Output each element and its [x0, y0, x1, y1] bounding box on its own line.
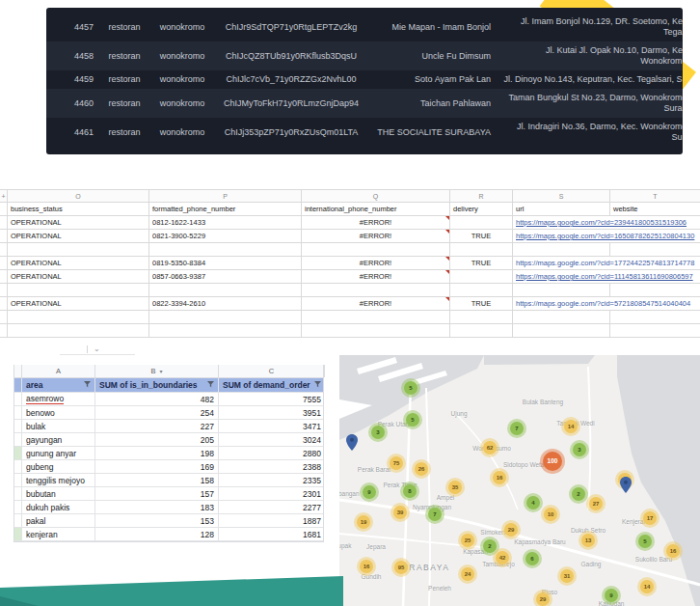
maps-link[interactable]: https://maps.google.com/?cid=16508782625…	[516, 232, 694, 240]
cluster-marker[interactable]: 100	[543, 452, 562, 471]
chevron-down-icon[interactable]: ▾	[160, 368, 163, 374]
sheet-cell[interactable]	[0, 203, 8, 215]
sheet-cell[interactable]	[8, 311, 149, 323]
cluster-marker[interactable]: 9	[605, 589, 618, 602]
business-status-cell[interactable]: OPERATIONAL	[8, 216, 149, 229]
pivot-boundaries-cell[interactable]: 128	[95, 528, 219, 540]
sheet-cell[interactable]	[149, 243, 302, 256]
url-cell[interactable]: https://maps.google.com/?cid=17724422574…	[513, 257, 700, 269]
pivot-demand-cell[interactable]: 2335	[219, 474, 325, 486]
map-pin-icon[interactable]	[346, 434, 358, 454]
sheet-cell[interactable]	[513, 324, 610, 337]
pivot-area-cell[interactable]: gubeng	[22, 460, 95, 473]
pivot-demand-cell[interactable]: 2388	[219, 460, 325, 473]
pivot-demand-cell[interactable]: 2301	[219, 487, 325, 500]
sheet-cell[interactable]	[0, 270, 8, 283]
cluster-marker[interactable]: 27	[589, 497, 603, 510]
sheet-cell[interactable]	[0, 284, 8, 296]
cluster-marker[interactable]: 62	[483, 441, 497, 454]
field-name-cell[interactable]: delivery	[450, 203, 513, 215]
phone-cell[interactable]: 0821-3900-5229	[149, 230, 302, 242]
cluster-marker[interactable]: 16	[493, 471, 506, 484]
sheet-cell[interactable]	[450, 311, 513, 323]
pivot-area-cell[interactable]: bulak	[22, 420, 95, 432]
pivot-area-cell[interactable]: pakal	[22, 514, 95, 527]
sheet-cell[interactable]	[8, 284, 149, 296]
cluster-marker[interactable]: 14	[640, 580, 654, 593]
cluster-marker[interactable]: 14	[564, 420, 578, 433]
pivot-boundaries-cell[interactable]: 158	[95, 474, 219, 486]
intl-phone-error-cell[interactable]: #ERROR!	[302, 216, 450, 229]
pivot-area-cell[interactable]: benowo	[22, 406, 95, 419]
cluster-marker[interactable]: 29	[536, 592, 550, 606]
pivot-column-letter-A[interactable]: A	[22, 365, 95, 377]
cluster-marker[interactable]: 5	[404, 381, 417, 395]
pivot-area-cell[interactable]: dukuh pakis	[22, 501, 95, 513]
column-letter-Q[interactable]: Q	[302, 190, 450, 202]
sheet-cell[interactable]	[0, 257, 8, 269]
url-cell[interactable]: https://maps.google.com/?cid=16508782625…	[513, 230, 700, 242]
sheet-cell[interactable]	[302, 311, 450, 323]
business-status-cell[interactable]: OPERATIONAL	[8, 257, 149, 269]
delivery-cell[interactable]	[450, 270, 513, 283]
cluster-marker[interactable]: 7	[510, 422, 524, 435]
field-name-cell[interactable]: formatted_phone_number	[149, 203, 302, 215]
cluster-marker[interactable]: 39	[393, 506, 407, 519]
pivot-header-cell[interactable]: SUM of demand_order	[219, 378, 325, 392]
sheet-cell[interactable]	[610, 284, 700, 296]
cluster-marker[interactable]: 35	[448, 481, 462, 494]
pivot-corner-cell[interactable]	[14, 365, 22, 377]
sheet-cell[interactable]	[513, 243, 610, 256]
cluster-marker[interactable]: 31	[560, 569, 574, 583]
cluster-marker[interactable]: 95	[394, 561, 408, 574]
cluster-map[interactable]: Bulak BantengUjungPerak UtaraTambak Wedi…	[339, 355, 700, 606]
cluster-marker[interactable]: 13	[581, 534, 595, 547]
sheet-cell[interactable]	[0, 297, 8, 310]
pivot-demand-cell[interactable]: 3471	[219, 420, 325, 432]
delivery-cell[interactable]: TRUE	[450, 257, 513, 269]
filter-funnel-icon[interactable]	[314, 380, 321, 390]
cluster-marker[interactable]: 24	[461, 567, 474, 581]
map-pin-icon[interactable]	[620, 477, 632, 497]
pivot-header-cell[interactable]: SUM of is_in_boundaries	[95, 378, 219, 392]
pivot-column-letter-B[interactable]: B▾	[95, 365, 219, 377]
sheet-cell[interactable]	[149, 311, 302, 323]
business-status-cell[interactable]: OPERATIONAL	[8, 230, 149, 242]
pivot-boundaries-cell[interactable]: 157	[95, 487, 219, 500]
cluster-marker[interactable]: 9	[363, 485, 376, 499]
pivot-demand-cell[interactable]: 3024	[219, 433, 325, 446]
field-name-cell[interactable]: url	[513, 203, 610, 215]
pivot-demand-cell[interactable]: 3951	[219, 406, 325, 419]
filter-funnel-icon[interactable]	[207, 380, 214, 390]
sheet-cell[interactable]	[0, 216, 8, 229]
phone-cell[interactable]: 0819-5350-8384	[149, 257, 302, 269]
intl-phone-error-cell[interactable]: #ERROR!	[302, 297, 450, 310]
intl-phone-error-cell[interactable]: #ERROR!	[302, 257, 450, 269]
url-cell[interactable]: https://maps.google.com/?cid=11145813611…	[513, 270, 700, 283]
pivot-area-cell[interactable]: kenjeran	[22, 528, 95, 540]
delivery-cell[interactable]	[450, 216, 513, 229]
pivot-demand-cell[interactable]: 1887	[219, 514, 325, 527]
sheet-cell[interactable]	[149, 324, 302, 337]
phone-cell[interactable]: 0812-1622-1433	[149, 216, 302, 229]
filter-funnel-icon[interactable]	[84, 380, 91, 390]
url-cell[interactable]: https://maps.google.com/?cid=23944180053…	[513, 216, 700, 229]
pivot-boundaries-cell[interactable]: 205	[95, 433, 219, 446]
pivot-column-letter-C[interactable]: C	[219, 365, 325, 377]
maps-link[interactable]: https://maps.google.com/?cid=11145813611…	[516, 272, 693, 281]
pivot-boundaries-cell[interactable]: 482	[95, 393, 219, 405]
pivot-boundaries-cell[interactable]: 254	[95, 406, 219, 419]
pivot-boundaries-cell[interactable]: 183	[95, 501, 219, 513]
cluster-marker[interactable]: 5	[406, 413, 419, 427]
sheet-cell[interactable]	[450, 324, 513, 337]
maps-link[interactable]: https://maps.google.com/?cid=17724422574…	[516, 259, 694, 267]
pivot-area-cell[interactable]: asemrowo	[22, 393, 95, 405]
maps-link[interactable]: https://maps.google.com/?cid=57218085475…	[516, 299, 690, 308]
cluster-marker[interactable]: 2	[483, 539, 497, 553]
pivot-area-cell[interactable]: gayungan	[22, 433, 95, 446]
pivot-demand-cell[interactable]: 1681	[219, 528, 325, 540]
column-letter-R[interactable]: R	[450, 190, 513, 202]
field-name-cell[interactable]: business_status	[8, 203, 149, 215]
cluster-marker[interactable]: 6	[525, 552, 539, 565]
cluster-marker[interactable]: 16	[666, 544, 680, 558]
